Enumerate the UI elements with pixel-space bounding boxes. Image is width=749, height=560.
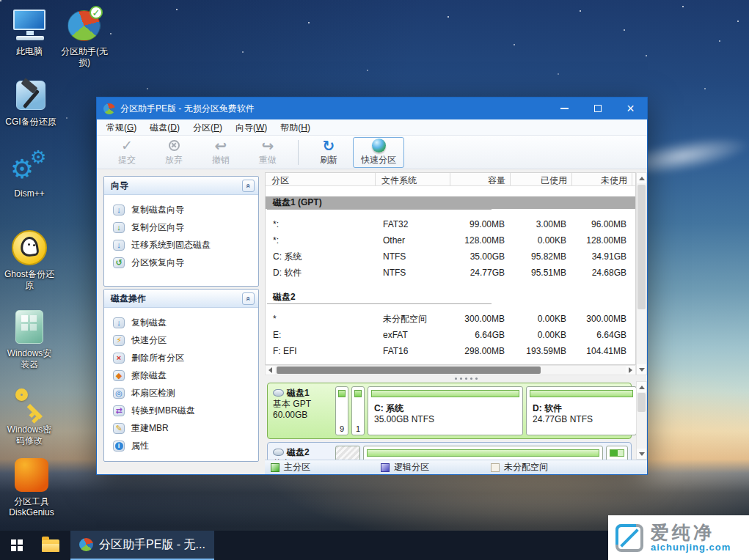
window-title: 分区助手PE版 - 无损分区免费软件 — [120, 103, 255, 115]
diskmap-vertical-scrollbar[interactable] — [636, 381, 647, 460]
chevron-up-icon: « — [244, 183, 252, 188]
table-cell: 35.00GB — [450, 248, 511, 265]
column-header-2[interactable]: 容量 — [450, 173, 511, 185]
desktop-icon-dism[interactable]: Dism++ — [3, 148, 56, 199]
maximize-button[interactable] — [581, 97, 614, 119]
scroll-down-icon[interactable] — [637, 449, 646, 459]
splitter-handle[interactable] — [265, 375, 647, 381]
menu-item-w[interactable]: 向导(W) — [229, 119, 274, 136]
disk-row-2[interactable]: 磁盘2基本 MBR — [267, 442, 632, 460]
disk-name: 磁盘2 — [273, 447, 332, 458]
icon-glyph: ↓ — [117, 319, 121, 327]
file-explorer-button[interactable] — [34, 531, 67, 560]
partition-block-mini[interactable]: 9 — [335, 386, 348, 435]
disk-info: 磁盘1基本 GPT60.00GB — [271, 386, 332, 435]
sidebar-item-migrate-os-to-ssd[interactable]: ↓迁移系统到固态磁盘 — [104, 236, 258, 254]
table-cell: FAT16 — [376, 343, 450, 359]
sidebar-item-partition-recovery-wizard[interactable]: ↺分区恢复向导 — [104, 254, 258, 271]
disk-size: 60.00GB — [273, 410, 332, 421]
sidebar-item-properties[interactable]: i属性 — [104, 437, 258, 454]
table-cell: 0.00KB — [511, 327, 572, 343]
desktop-icon-ghost-backup[interactable]: Ghost备份还原 — [3, 229, 56, 291]
table-row[interactable]: F: EFIFAT16298.00MB193.59MB104.41MB — [266, 343, 635, 359]
close-icon: × — [626, 102, 635, 115]
column-header-1[interactable]: 文件系统 — [376, 173, 450, 185]
column-header-3[interactable]: 已使用 — [511, 173, 572, 185]
desktop-icon-windows-installer[interactable]: Windows安装器 — [3, 308, 56, 370]
desktop-icon-this-pc[interactable]: 此电脑 — [3, 6, 56, 57]
desktop-icon-label: CGI备份还原 — [0, 117, 62, 128]
table-row[interactable]: E:exFAT6.64GB0.00KB6.64GB — [266, 327, 635, 343]
table-horizontal-scrollbar[interactable] — [265, 365, 636, 375]
sidebar-panel-title: 磁盘操作 — [111, 292, 146, 305]
scrollbar-thumb[interactable] — [637, 185, 646, 309]
close-button[interactable]: × — [614, 97, 647, 119]
partition-block-volume[interactable]: D: 软件24.77GB NTFS — [526, 386, 636, 435]
sidebar-item-bad-sector-test[interactable]: ◎坏扇区检测 — [104, 384, 258, 402]
icon-glyph: ↺ — [115, 259, 122, 267]
refresh-button[interactable]: 刷新 — [306, 137, 351, 168]
taskbar-app-button[interactable]: 分区助手PE版 - 无... — [70, 531, 214, 560]
undo-button[interactable]: 撤销 — [198, 137, 244, 168]
partition-block-volume[interactable] — [606, 446, 628, 460]
desktop-icon-label: 分区助手(无损) — [56, 46, 113, 68]
used-chip — [354, 390, 362, 397]
sidebar-item-delete-all-partitions[interactable]: ×删除所有分区 — [104, 349, 258, 366]
table-row[interactable]: *:FAT3299.00MB3.00MB96.00MB — [266, 216, 635, 232]
legend-item-logical: 逻辑分区 — [381, 461, 491, 474]
table-vertical-scrollbar[interactable] — [636, 172, 647, 375]
start-button[interactable] — [0, 531, 34, 560]
disk-group-header[interactable]: 磁盘1 (GPT) — [266, 196, 635, 209]
scroll-down-icon[interactable] — [637, 364, 646, 375]
menu-item-d[interactable]: 磁盘(D) — [143, 119, 186, 136]
menu-item-g[interactable]: 常规(G) — [100, 119, 143, 136]
sidebar-item-copy-disk-wizard[interactable]: ↓复制磁盘向导 — [104, 201, 258, 218]
redo-button[interactable]: 重做 — [245, 137, 291, 168]
scroll-left-icon[interactable] — [266, 366, 275, 375]
sidebar-item-quick-partition[interactable]: ⚡快速分区 — [104, 331, 258, 349]
partition-block-volume[interactable]: C: 系统35.00GB NTFS — [368, 386, 523, 435]
menu-item-p[interactable]: 分区(P) — [186, 119, 229, 136]
discard-button[interactable]: 放弃 — [151, 137, 197, 168]
column-header-4[interactable]: 未使用 — [572, 173, 632, 185]
dism-icon — [10, 148, 48, 186]
partition-block-volume[interactable] — [363, 446, 603, 460]
scroll-up-icon[interactable] — [637, 382, 646, 392]
desktop-icon-diskgenius[interactable]: 分区工具DiskGenius — [0, 456, 63, 518]
sidebar-item-label: 复制分区向导 — [131, 221, 184, 234]
volume-subtitle: 24.77GB NTFS — [533, 414, 593, 424]
menu-item-h[interactable]: 帮助(H) — [274, 119, 317, 136]
quick-partition-button[interactable]: 快速分区 — [353, 137, 404, 168]
minimize-button[interactable] — [548, 97, 581, 119]
table-row[interactable]: *:Other128.00MB0.00KB128.00MB — [266, 232, 635, 248]
desktop-icon-label: 分区工具DiskGenius — [0, 496, 63, 518]
scroll-up-icon[interactable] — [637, 173, 646, 183]
window-titlebar[interactable]: 分区助手PE版 - 无损分区免费软件 × — [97, 97, 647, 119]
watermark: 爱纯净 aichunjing.com — [608, 515, 749, 560]
collapse-button[interactable]: « — [242, 292, 255, 305]
icon-glyph: ◎ — [115, 389, 123, 397]
table-cell: 24.68GB — [572, 265, 632, 281]
desktop-icon-cgi-backup[interactable]: CGI备份还原 — [0, 76, 62, 128]
sidebar-item-convert-to-mbr[interactable]: ⇄转换到MBR磁盘 — [104, 402, 258, 419]
collapse-button[interactable]: « — [242, 180, 255, 192]
sidebar-item-copy-disk[interactable]: ↓复制磁盘 — [104, 314, 258, 331]
partition-block-mini[interactable]: 1 — [351, 386, 365, 435]
commit-button[interactable]: 提交 — [104, 137, 150, 168]
desktop-icon-windows-password[interactable]: Windows密码修改 — [3, 384, 56, 446]
disk-row-1[interactable]: 磁盘1基本 GPT60.00GB91C: 系统35.00GB NTFSD: 软件… — [267, 383, 632, 439]
scroll-right-icon[interactable] — [626, 366, 635, 375]
scrollbar-thumb[interactable] — [637, 393, 646, 412]
table-row[interactable]: *未分配空间300.00MB0.00KB300.00MB — [266, 311, 635, 327]
copy-disk-icon: ↓ — [113, 317, 125, 328]
desktop-icon-partition-assistant[interactable]: 分区助手(无损) — [56, 6, 113, 68]
sidebar-item-copy-partition-wizard[interactable]: ↓复制分区向导 — [104, 218, 258, 236]
sidebar-item-rebuild-mbr[interactable]: ✎重建MBR — [104, 419, 258, 437]
column-header-0[interactable]: 分区 — [266, 173, 376, 185]
disk-group-header[interactable]: 磁盘2 — [266, 291, 635, 303]
scrollbar-thumb[interactable] — [277, 366, 541, 374]
table-row[interactable]: C: 系统NTFS35.00GB95.82MB34.91GB — [266, 248, 635, 265]
sidebar-item-wipe-disk[interactable]: ◆擦除磁盘 — [104, 366, 258, 384]
partition-block-unallocated[interactable] — [335, 446, 360, 460]
table-row[interactable]: D: 软件NTFS24.77GB95.51MB24.68GB — [266, 265, 635, 281]
